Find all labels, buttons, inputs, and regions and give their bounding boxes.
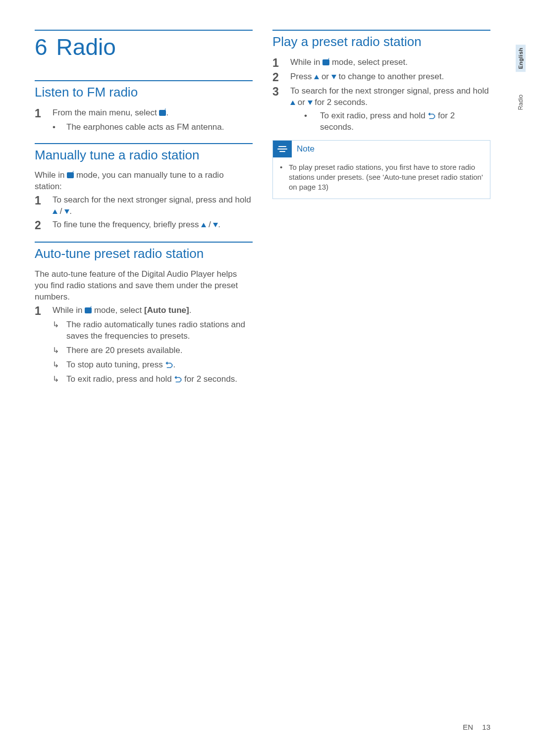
result-arrow-icon: ↳ [53,345,66,356]
note-label: Note [292,144,315,154]
note-header: Note [273,141,490,157]
page-content: 6Radio Listen to FM radio 1 From the mai… [0,0,535,415]
note-text: To play preset radio stations, you first… [289,162,483,193]
step-number: 2 [35,219,53,232]
bullet-text: The earphones cable acts as FM antenna. [66,122,224,133]
step-text: While in mode, select preset. [290,57,490,68]
result-text: There are 20 presets available. [66,345,182,356]
up-icon [314,75,319,79]
back-icon: ⮌ [174,374,182,385]
note-box: Note • To play preset radio stations, yo… [272,140,490,199]
note-icon [273,141,292,157]
bullet-icon: • [304,110,320,122]
up-icon [53,209,57,214]
auto-steps: 1 While in mode, select [Auto tune]. [35,305,253,317]
listen-steps: 1 From the main menu, select . [35,107,253,120]
section-listen: Listen to FM radio 1 From the main menu,… [35,80,253,133]
section-title-play: Play a preset radio station [272,30,490,57]
step-text: While in mode, select [Auto tune]. [53,305,253,316]
section-title-manual: Manually tune a radio station [35,143,253,170]
up-icon [290,101,295,105]
bullet-icon: • [280,162,289,193]
page-footer: EN 13 [463,723,490,731]
step-text: From the main menu, select . [53,107,253,119]
auto-results: ↳ The radio automatically tunes radio st… [35,319,253,385]
step-text: To search for the next stronger signal, … [53,195,253,217]
chapter-title: 6Radio [35,30,253,60]
section-title-listen: Listen to FM radio [35,80,253,107]
bullet-text: To exit radio, press and hold ⮌ for 2 se… [320,110,490,133]
radio-icon [159,110,166,116]
down-icon [213,223,218,227]
step-number: 3 [272,86,290,98]
down-icon [308,101,313,105]
result-arrow-icon: ↳ [53,374,66,385]
manual-intro: While in mode, you can manually tune to … [35,170,253,193]
footer-page-number: 13 [482,723,490,731]
step-number: 1 [35,305,53,317]
down-icon [64,209,69,214]
step-number: 1 [35,107,53,120]
note-body: • To play preset radio stations, you fir… [273,157,490,199]
result-text: To exit radio, press and hold ⮌ for 2 se… [66,374,237,385]
result-arrow-icon: ↳ [53,359,66,370]
side-tabs: English Radio [515,45,526,113]
auto-intro: The auto-tune feature of the Digital Aud… [35,269,253,303]
step-text: To search for the next stronger signal, … [290,86,490,108]
tab-language: English [516,45,526,72]
footer-language: EN [463,723,473,731]
result-arrow-icon: ↳ [53,319,66,330]
radio-icon [322,59,329,65]
section-play: Play a preset radio station 1 While in m… [272,30,490,199]
play-steps: 1 While in mode, select preset. 2 Press … [272,57,490,108]
step-number: 1 [272,57,290,69]
chapter-number: 6 [35,34,48,60]
step-number: 1 [35,195,53,207]
tab-section: Radio [515,92,526,113]
radio-icon [67,172,74,178]
radio-icon [85,307,92,313]
down-icon [331,75,336,79]
left-column: 6Radio Listen to FM radio 1 From the mai… [35,30,253,395]
step-number: 2 [272,71,290,84]
back-icon: ⮌ [428,111,435,122]
result-text: To stop auto tuning, press ⮌. [66,359,175,371]
section-title-auto: Auto-tune preset radio station [35,242,253,269]
section-manual: Manually tune a radio station While in m… [35,143,253,232]
step-text: To fine tune the frequency, briefly pres… [53,219,253,231]
up-icon [201,223,206,227]
manual-steps: 1 To search for the next stronger signal… [35,195,253,232]
listen-bullets: • The earphones cable acts as FM antenna… [35,122,253,133]
chapter-title-text: Radio [56,34,116,60]
section-auto: Auto-tune preset radio station The auto-… [35,242,253,385]
bullet-icon: • [53,122,66,133]
step-text: Press or to change to another preset. [290,71,490,83]
back-icon: ⮌ [165,360,173,371]
right-column: Play a preset radio station 1 While in m… [272,30,490,395]
play-sub-bullets: • To exit radio, press and hold ⮌ for 2 … [272,110,490,133]
result-text: The radio automatically tunes radio stat… [66,319,253,342]
